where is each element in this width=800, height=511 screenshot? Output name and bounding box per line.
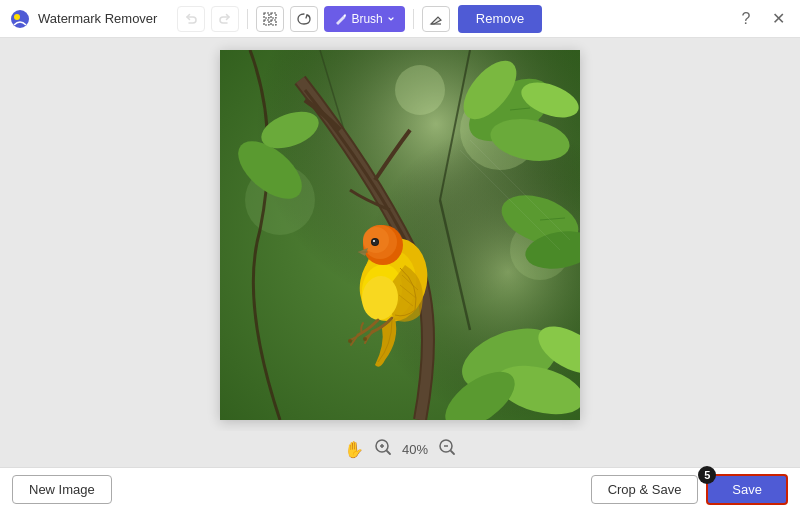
help-button[interactable]: ? bbox=[734, 7, 758, 31]
brush-tool-button[interactable]: Brush bbox=[324, 6, 404, 32]
svg-rect-5 bbox=[271, 20, 276, 25]
redo-icon bbox=[218, 12, 232, 26]
zoom-in-icon[interactable] bbox=[374, 438, 392, 460]
save-button-wrapper: 5 Save bbox=[706, 474, 788, 505]
svg-rect-4 bbox=[264, 20, 269, 25]
title-left: Watermark Remover bbox=[10, 5, 542, 33]
close-icon: ✕ bbox=[772, 9, 785, 28]
close-button[interactable]: ✕ bbox=[766, 7, 790, 31]
app-logo-icon bbox=[10, 9, 30, 29]
image-container bbox=[220, 50, 580, 420]
svg-point-48 bbox=[348, 339, 352, 343]
svg-point-1 bbox=[14, 14, 20, 20]
redo-button[interactable] bbox=[211, 6, 239, 32]
lasso-tool-button[interactable] bbox=[290, 6, 318, 32]
canvas-area bbox=[0, 38, 800, 431]
chevron-down-icon bbox=[387, 15, 395, 23]
eraser-icon bbox=[428, 11, 444, 27]
svg-rect-3 bbox=[271, 13, 276, 18]
svg-point-0 bbox=[11, 10, 29, 28]
undo-button[interactable] bbox=[177, 6, 205, 32]
help-icon: ? bbox=[742, 10, 751, 28]
svg-point-14 bbox=[395, 65, 445, 115]
selection-tool-button[interactable] bbox=[256, 6, 284, 32]
zoom-level: 40% bbox=[402, 442, 428, 457]
svg-point-47 bbox=[373, 240, 375, 242]
new-image-button[interactable]: New Image bbox=[12, 475, 112, 504]
zoom-out-icon[interactable] bbox=[438, 438, 456, 460]
separator2 bbox=[413, 9, 414, 29]
selection-icon bbox=[262, 11, 278, 27]
title-bar: Watermark Remover bbox=[0, 0, 800, 38]
brush-icon bbox=[334, 12, 347, 25]
svg-line-53 bbox=[387, 451, 390, 454]
lasso-icon bbox=[296, 11, 312, 27]
svg-point-46 bbox=[372, 239, 378, 245]
save-button[interactable]: Save bbox=[706, 474, 788, 505]
bottom-right-actions: Crop & Save 5 Save bbox=[591, 474, 788, 505]
undo-icon bbox=[184, 12, 198, 26]
zoom-bar: ✋ 40% bbox=[0, 431, 800, 467]
separator bbox=[247, 9, 248, 29]
erase-tool-button[interactable] bbox=[422, 6, 450, 32]
hand-tool-icon[interactable]: ✋ bbox=[344, 440, 364, 459]
bottom-bar: New Image Crop & Save 5 Save bbox=[0, 467, 800, 511]
svg-line-56 bbox=[451, 451, 454, 454]
svg-rect-2 bbox=[264, 13, 269, 18]
brush-label: Brush bbox=[351, 12, 382, 26]
title-right: ? ✕ bbox=[734, 7, 790, 31]
toolbar: Brush bbox=[177, 6, 449, 32]
svg-point-49 bbox=[363, 337, 367, 341]
app-title: Watermark Remover bbox=[38, 11, 157, 26]
bird-image bbox=[220, 50, 580, 420]
crop-save-button[interactable]: Crop & Save bbox=[591, 475, 699, 504]
remove-button[interactable]: Remove bbox=[458, 5, 542, 33]
